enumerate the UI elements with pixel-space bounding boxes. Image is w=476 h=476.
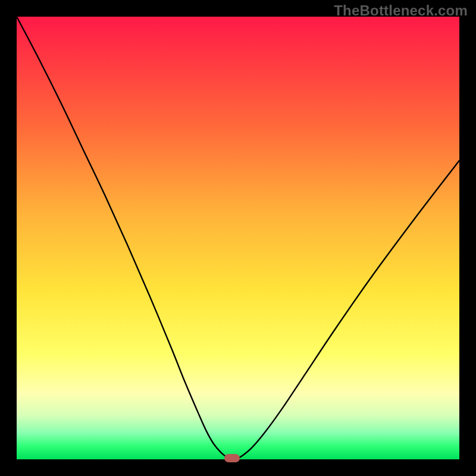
bottleneck-curve-path — [17, 17, 459, 459]
optimal-marker — [224, 454, 240, 462]
curve-svg — [17, 17, 459, 459]
chart-frame: TheBottleneck.com — [0, 0, 476, 476]
plot-area — [17, 17, 459, 459]
